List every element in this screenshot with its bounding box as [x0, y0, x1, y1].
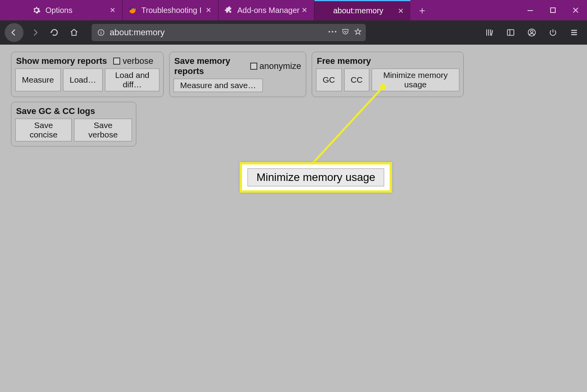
minimize-window-button[interactable]	[519, 0, 542, 20]
save-logs-panel: Save GC & CC logs Save concise Save verb…	[11, 102, 136, 146]
nav-toolbar: about:memory	[0, 20, 587, 45]
svg-rect-4	[101, 32, 101, 34]
close-icon[interactable]: ✕	[302, 7, 309, 14]
load-button[interactable]: Load…	[63, 69, 103, 91]
url-text: about:memory	[107, 27, 328, 38]
svg-point-6	[329, 31, 330, 33]
tab-about-memory[interactable]: about:memory ✕	[314, 0, 410, 20]
checkbox-label: anonymize	[260, 61, 301, 71]
gear-icon	[32, 6, 41, 14]
window-controls	[519, 0, 587, 20]
puzzle-icon	[224, 6, 233, 14]
tab-bar: Options ✕ Troubleshooting I ✕ Add-ons Ma…	[0, 0, 587, 20]
gc-button[interactable]: GC	[316, 69, 342, 91]
panel-title: Free memory	[317, 56, 371, 66]
firefox-icon	[128, 6, 137, 14]
tab-troubleshooting[interactable]: Troubleshooting I ✕	[123, 0, 219, 20]
anonymize-checkbox-input[interactable]	[250, 63, 257, 70]
panel-title: Save memory reports	[174, 56, 244, 76]
titlebar-spacer	[0, 0, 27, 20]
callout-minimize-button[interactable]: Minimize memory usage	[247, 168, 384, 186]
bookmark-star-icon[interactable]	[354, 28, 362, 37]
verbose-checkbox-input[interactable]	[113, 58, 120, 65]
home-button[interactable]	[66, 24, 82, 41]
url-bar[interactable]: about:memory	[92, 24, 366, 41]
save-verbose-button[interactable]: Save verbose	[74, 119, 132, 141]
power-icon[interactable]	[545, 24, 561, 41]
panel-title: Show memory reports	[16, 56, 107, 66]
save-memory-panel: Save memory reports anonymize Measure an…	[169, 52, 306, 97]
free-memory-panel: Free memory GC CC Minimize memory usage	[312, 52, 464, 97]
save-concise-button[interactable]: Save concise	[15, 119, 72, 141]
tab-addons[interactable]: Add-ons Manager ✕	[219, 0, 314, 20]
svg-rect-1	[527, 10, 533, 11]
page-content: Show memory reports verbose Measure Load…	[0, 45, 587, 154]
verbose-checkbox[interactable]: verbose	[113, 56, 153, 66]
minimize-memory-button[interactable]: Minimize memory usage	[372, 69, 459, 91]
svg-point-8	[335, 31, 336, 33]
tab-label: Troubleshooting I	[141, 6, 206, 15]
panel-title: Save GC & CC logs	[16, 106, 95, 116]
forward-button[interactable]	[27, 24, 43, 41]
show-memory-panel: Show memory reports verbose Measure Load…	[11, 52, 164, 97]
reload-button[interactable]	[46, 24, 63, 41]
svg-rect-2	[551, 8, 555, 13]
anonymize-checkbox[interactable]: anonymize	[250, 61, 301, 71]
callout-highlight: Minimize memory usage	[240, 162, 392, 193]
measure-save-button[interactable]: Measure and save…	[173, 79, 263, 92]
close-icon[interactable]: ✕	[110, 7, 117, 14]
load-diff-button[interactable]: Load and diff…	[105, 69, 159, 91]
menu-icon[interactable]	[566, 24, 582, 41]
panel-row-2: Save GC & CC logs Save concise Save verb…	[11, 102, 576, 146]
tab-label: Options	[45, 6, 110, 15]
identity-info-icon[interactable]	[96, 29, 107, 36]
tab-label: Add-ons Manager	[237, 6, 302, 15]
library-icon[interactable]	[481, 24, 498, 41]
sidebar-icon[interactable]	[502, 24, 519, 41]
svg-point-7	[332, 31, 333, 33]
toolbar-right	[481, 24, 582, 41]
tab-options[interactable]: Options ✕	[27, 0, 123, 20]
checkbox-label: verbose	[123, 56, 153, 66]
close-icon[interactable]: ✕	[398, 7, 405, 14]
tab-label: about:memory	[333, 6, 398, 15]
close-window-button[interactable]	[564, 0, 587, 20]
close-icon[interactable]: ✕	[206, 7, 213, 14]
measure-button[interactable]: Measure	[15, 69, 61, 91]
svg-rect-5	[101, 31, 101, 31]
back-button[interactable]	[5, 23, 23, 42]
url-right-group	[328, 28, 362, 37]
cc-button[interactable]: CC	[344, 69, 369, 91]
maximize-window-button[interactable]	[542, 0, 564, 20]
svg-rect-9	[508, 30, 514, 36]
pocket-icon[interactable]	[341, 28, 349, 37]
svg-point-12	[531, 30, 533, 33]
panel-row-1: Show memory reports verbose Measure Load…	[11, 52, 576, 97]
blank-tab-icon	[320, 7, 329, 15]
account-icon[interactable]	[524, 24, 540, 41]
new-tab-button[interactable]: ＋	[410, 0, 434, 20]
tabs: Options ✕ Troubleshooting I ✕ Add-ons Ma…	[27, 0, 410, 20]
page-action-icon[interactable]	[328, 28, 337, 37]
